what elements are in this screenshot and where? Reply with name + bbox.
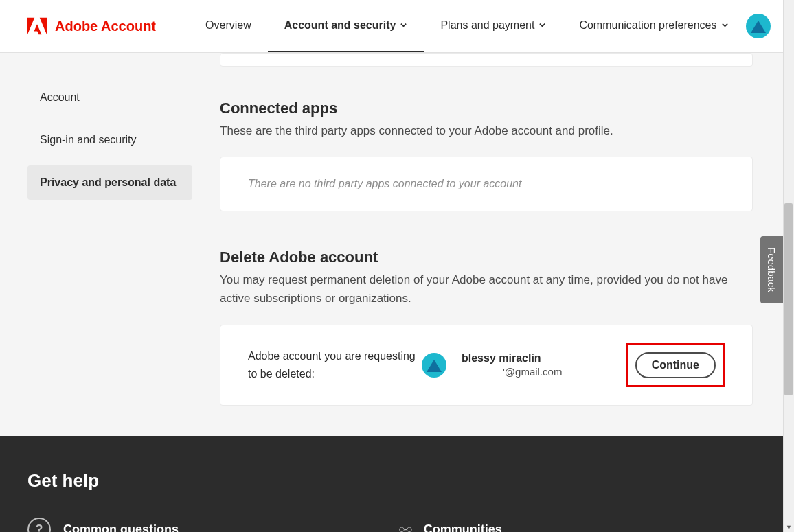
nav-account-security-label: Account and security [284,19,396,32]
adobe-logo-icon [27,17,47,35]
scrollbar-track[interactable]: ▼ [783,0,794,532]
connected-apps-title: Connected apps [220,100,753,117]
footer-common-questions-label: Common questions [63,522,179,533]
user-info: blessy miraclin '@gmail.com [462,352,562,378]
nav-communication-preferences[interactable]: Communication preferences [563,0,745,52]
previous-card-edge [220,53,753,67]
header: Adobe Account Overview Account and secur… [0,0,794,53]
main-nav: Overview Account and security Plans and … [189,0,745,52]
delete-account-title: Delete Adobe account [220,248,753,266]
connected-apps-desc: These are the third party apps connected… [220,122,753,140]
scrollbar-thumb[interactable] [784,203,793,395]
scroll-down-arrow-icon[interactable]: ▼ [786,524,792,531]
brand-text: Adobe Account [55,19,156,34]
delete-account-label: Adobe account you are requesting to be d… [248,347,416,382]
user-avatar-icon [422,353,446,378]
user-avatar[interactable] [746,14,771,38]
question-icon: ? [27,518,51,532]
sidebar-item-account[interactable]: Account [27,80,192,115]
user-name: blessy miraclin [462,352,562,365]
footer-col-common-questions[interactable]: ? Common questions [27,518,398,532]
delete-account-desc: You may request permanent deletion of yo… [220,270,753,308]
footer-col-communities[interactable]: ○-○ Communities [398,518,502,532]
chevron-down-icon [538,19,546,32]
connected-apps-empty-text: There are no third party apps connected … [248,178,725,190]
nav-comm-prefs-label: Communication preferences [579,19,716,32]
footer-communities-label: Communities [424,522,502,533]
footer-columns: ? Common questions ○-○ Communities [27,518,756,532]
footer-title: Get help [27,470,756,491]
nav-plans-payment-label: Plans and payment [440,19,534,32]
sidebar-item-signin-security[interactable]: Sign-in and security [27,123,192,157]
nav-overview-label: Overview [205,19,251,32]
sidebar: Account Sign-in and security Privacy and… [27,53,192,406]
continue-highlight-box: Continue [626,343,725,387]
connected-apps-card: There are no third party apps connected … [220,157,753,211]
footer: Get help ? Common questions ○-○ Communit… [0,436,783,532]
chevron-down-icon [400,19,407,32]
brand-logo-wrap[interactable]: Adobe Account [27,17,156,35]
user-email: '@gmail.com [462,366,562,378]
nav-overview[interactable]: Overview [189,0,268,52]
nav-account-security[interactable]: Account and security [268,0,424,52]
main-content: Connected apps These are the third party… [192,53,794,406]
delete-account-card: Adobe account you are requesting to be d… [220,325,753,406]
communities-icon: ○-○ [398,523,411,532]
feedback-tab[interactable]: Feedback [760,236,783,303]
continue-button[interactable]: Continue [635,352,716,378]
content-area: Account Sign-in and security Privacy and… [0,53,794,406]
nav-plans-payment[interactable]: Plans and payment [424,0,563,52]
sidebar-item-privacy[interactable]: Privacy and personal data [27,165,192,200]
chevron-down-icon [721,19,729,32]
